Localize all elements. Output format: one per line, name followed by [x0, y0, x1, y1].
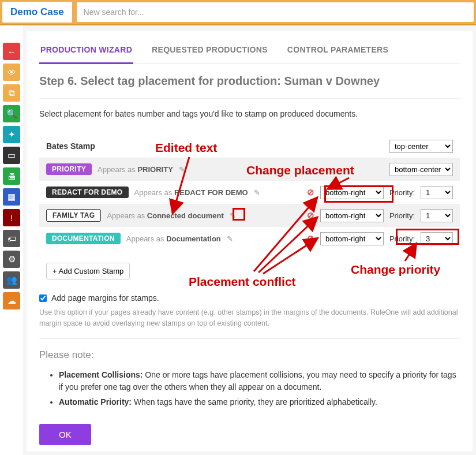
appears-as-text: Appears as PRIORITY	[98, 165, 173, 174]
bates-label: Bates Stamp	[46, 141, 384, 151]
sidebar: ←👁⧉🔍✦▭🖶▦!🏷⚙👥☁	[0, 25, 23, 455]
sidebar-button-6[interactable]: 🖶	[3, 167, 20, 185]
brand-label: Demo Case	[2, 2, 72, 23]
tag-chip: REDACT FOR DEMO	[46, 187, 129, 198]
please-note-title: Please note:	[39, 349, 460, 361]
tag-row: DOCUMENTATIONAppears as Documentation✎⊘t…	[39, 227, 460, 250]
sidebar-button-0[interactable]: ←	[3, 43, 20, 60]
note-collision: Placement Collisions: One or more tags h…	[59, 369, 460, 394]
priority-select[interactable]: 12345	[421, 232, 453, 245]
pencil-icon[interactable]: ✎	[254, 188, 260, 197]
intro-text: Select placement for bates number and ta…	[39, 109, 460, 118]
conflict-warning-icon: ⊘	[307, 210, 314, 221]
sidebar-button-4[interactable]: ✦	[3, 126, 20, 143]
pencil-icon[interactable]: ✎	[227, 234, 233, 243]
conflict-warning-icon: ⊘	[307, 233, 314, 244]
margins-help: Use this option if your pages already ha…	[39, 307, 460, 329]
notes-list: Placement Collisions: One or more tags h…	[59, 369, 460, 409]
sidebar-button-8[interactable]: !	[3, 209, 20, 226]
priority-label: Priority:	[389, 211, 415, 220]
margins-label: Add page margins for stamps.	[51, 293, 159, 303]
tab-production-wizard[interactable]: PRODUCTION WIZARD	[39, 39, 133, 64]
sidebar-button-7[interactable]: ▦	[3, 188, 20, 206]
sidebar-button-1[interactable]: 👁	[3, 64, 20, 81]
sidebar-button-2[interactable]: ⧉	[3, 84, 20, 102]
appears-as-text: Appears as Connected document	[107, 211, 223, 220]
search-input[interactable]	[77, 2, 474, 22]
sidebar-button-3[interactable]: 🔍	[3, 105, 20, 122]
tag-row: PRIORITYAppears as PRIORITY✎top-centerbo…	[39, 158, 460, 181]
tag-row: REDACT FOR DEMOAppears as REDACT FOR DEM…	[39, 181, 460, 204]
note-auto: Automatic Priority: When tags have the s…	[59, 396, 460, 409]
sidebar-button-5[interactable]: ▭	[3, 147, 20, 164]
sidebar-button-9[interactable]: 🏷	[3, 230, 20, 247]
tag-chip: PRIORITY	[46, 163, 92, 175]
tabs: PRODUCTION WIZARD REQUESTED PRODUCTIONS …	[39, 39, 460, 64]
sidebar-button-10[interactable]: ⚙	[3, 251, 20, 268]
appears-as-text: Appears as REDACT FOR DEMO	[134, 188, 248, 197]
placement-select[interactable]: top-centerbottom-centerbottom-rightbotto…	[320, 209, 384, 222]
tag-row: FAMILY TAGAppears as Connected document✎…	[39, 204, 460, 227]
placement-select[interactable]: top-centerbottom-centerbottom-rightbotto…	[389, 163, 453, 176]
main-panel: PRODUCTION WIZARD REQUESTED PRODUCTIONS …	[27, 31, 473, 452]
step-title: Step 6. Select tag placement for product…	[39, 74, 460, 88]
pencil-icon[interactable]: ✎	[230, 211, 236, 220]
pencil-icon[interactable]: ✎	[179, 165, 185, 174]
priority-label: Priority:	[389, 188, 415, 197]
placement-select[interactable]: top-centerbottom-centerbottom-rightbotto…	[320, 186, 384, 199]
tag-chip: DOCUMENTATION	[46, 233, 121, 244]
priority-select[interactable]: 12345	[421, 186, 453, 199]
tab-requested-productions[interactable]: REQUESTED PRODUCTIONS	[151, 39, 269, 64]
tag-chip: FAMILY TAG	[46, 209, 101, 222]
appears-as-text: Appears as Documentation	[126, 234, 221, 243]
priority-label: Priority:	[389, 234, 415, 243]
stamp-rows: Bates Stamptop-centerbottom-centerbottom…	[39, 135, 460, 250]
separator-2	[39, 338, 460, 339]
priority-select[interactable]: 12345	[421, 209, 453, 222]
bates-placement-select[interactable]: top-centerbottom-centerbottom-rightbotto…	[389, 140, 453, 153]
placement-select[interactable]: top-centerbottom-centerbottom-rightbotto…	[320, 232, 384, 245]
separator	[39, 98, 460, 99]
ok-button[interactable]: OK	[39, 424, 91, 445]
margins-checkbox[interactable]	[39, 294, 47, 302]
sidebar-button-12[interactable]: ☁	[3, 292, 20, 309]
add-custom-stamp-button[interactable]: + Add Custom Stamp	[46, 263, 130, 279]
conflict-warning-icon: ⊘	[307, 187, 314, 197]
sidebar-button-11[interactable]: 👥	[3, 271, 20, 289]
tab-control-parameters[interactable]: CONTROL PARAMETERS	[286, 39, 389, 64]
